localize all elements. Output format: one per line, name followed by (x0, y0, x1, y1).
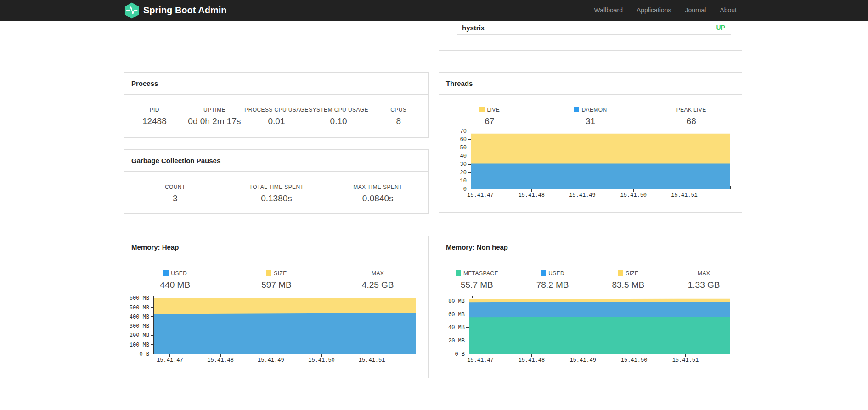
stat-value: 12488 (124, 116, 185, 126)
brand-link[interactable]: Spring Boot Admin (124, 2, 226, 19)
stat-nonheap-used: USED 78.2 MB (515, 270, 591, 290)
nav-links: Wallboard Applications Journal About (587, 0, 744, 21)
stat-threads-peak-live: PEAK LIVE 68 (641, 107, 742, 126)
legend-swatch-used (541, 270, 546, 276)
svg-text:20: 20 (460, 170, 467, 176)
svg-text:15:41:51: 15:41:51 (671, 192, 698, 199)
svg-text:15:41:48: 15:41:48 (207, 357, 234, 364)
svg-text:60: 60 (460, 137, 467, 143)
stat-value: 0.1380s (226, 194, 327, 204)
stat-threads-daemon: DAEMON 31 (540, 107, 641, 126)
stat-label: PEAK LIVE (641, 107, 742, 113)
svg-text:200 MB: 200 MB (130, 332, 149, 339)
stat-label: SIZE (591, 270, 666, 277)
stat-label: COUNT (124, 184, 226, 190)
svg-text:15:41:49: 15:41:49 (569, 192, 596, 199)
threads-legend-row: LIVE 67 DAEMON 31 PEAK LIVE 68 (439, 95, 742, 126)
gc-pauses-card: Garbage Collection Pauses COUNT 3 TOTAL … (124, 149, 429, 214)
stat-value: 4.25 GB (327, 280, 428, 290)
threads-chart[interactable]: 01020304050607015:41:4715:41:4815:41:491… (439, 127, 742, 205)
svg-text:15:41:49: 15:41:49 (569, 357, 596, 364)
stat-value: 31 (540, 116, 641, 126)
stat-value: 78.2 MB (515, 280, 591, 290)
stat-value: 0d 0h 2m 17s (185, 116, 245, 126)
svg-text:100 MB: 100 MB (130, 342, 149, 348)
card-title: Memory: Non heap (439, 236, 742, 258)
process-stats-row: PID 12488 UPTIME 0d 0h 2m 17s PROCESS CP… (124, 95, 428, 126)
svg-text:70: 70 (460, 128, 467, 135)
stat-label: USED (515, 270, 591, 277)
nonheap-legend-row: METASPACE 55.7 MB USED 78.2 MB SIZE 83.5… (439, 258, 742, 290)
svg-text:15:41:51: 15:41:51 (359, 357, 385, 364)
stat-system-cpu: SYSTEM CPU USAGE 0.10 (309, 107, 369, 126)
stat-nonheap-max: MAX 1.33 GB (666, 270, 742, 290)
svg-text:80 MB: 80 MB (448, 298, 465, 305)
stat-value: 8 (368, 116, 428, 126)
svg-text:15:41:47: 15:41:47 (467, 357, 494, 364)
svg-text:15:41:50: 15:41:50 (620, 192, 647, 199)
stat-label: DAEMON (540, 107, 641, 113)
stat-heap-used: USED 440 MB (124, 270, 226, 290)
svg-text:15:41:48: 15:41:48 (519, 357, 545, 364)
stat-heap-size: SIZE 597 MB (226, 270, 327, 290)
svg-text:0 B: 0 B (139, 351, 149, 358)
svg-text:40 MB: 40 MB (448, 325, 465, 331)
svg-text:50: 50 (460, 145, 467, 151)
nav-item-about[interactable]: About (713, 0, 744, 21)
stat-label: MAX (666, 270, 742, 277)
stat-nonheap-size: SIZE 83.5 MB (591, 270, 666, 290)
legend-swatch-size (266, 270, 271, 276)
stat-label: CPUS (368, 107, 428, 113)
legend-swatch-daemon (574, 107, 579, 112)
svg-text:10: 10 (460, 178, 467, 184)
svg-text:15:41:49: 15:41:49 (258, 357, 284, 364)
stat-nonheap-metaspace: METASPACE 55.7 MB (439, 270, 515, 290)
navbar-container: Spring Boot Admin Wallboard Applications… (124, 0, 744, 21)
legend-swatch-metaspace (456, 270, 461, 276)
memory-heap-chart[interactable]: 0 B100 MB200 MB300 MB400 MB500 MB600 MB1… (124, 292, 428, 370)
health-card: hystrix UP (439, 21, 742, 51)
stat-pid: PID 12488 (124, 107, 185, 126)
stat-value: 0.01 (244, 116, 309, 126)
stat-label: PROCESS CPU USAGE (244, 107, 309, 113)
stat-label: UPTIME (185, 107, 245, 113)
svg-text:15:41:48: 15:41:48 (518, 192, 545, 199)
stat-threads-live: LIVE 67 (439, 107, 540, 126)
stat-label: PID (124, 107, 185, 113)
stat-label: SIZE (226, 270, 327, 277)
stat-process-cpu: PROCESS CPU USAGE 0.01 (244, 107, 309, 126)
stat-value: 0.0840s (327, 194, 428, 204)
stat-label: TOTAL TIME SPENT (226, 184, 327, 190)
stat-value: 597 MB (226, 280, 327, 290)
status-badge: UP (716, 24, 731, 31)
memory-nonheap-chart[interactable]: 0 B20 MB40 MB60 MB80 MB15:41:4715:41:481… (439, 292, 742, 370)
stat-value: 55.7 MB (439, 280, 515, 290)
stat-label: USED (124, 270, 226, 277)
stat-value: 3 (124, 194, 226, 204)
page: Spring Boot Admin Wallboard Applications… (0, 0, 868, 410)
svg-text:15:41:50: 15:41:50 (621, 357, 648, 364)
nav-item-applications[interactable]: Applications (630, 0, 678, 21)
stat-heap-max: MAX 4.25 GB (327, 270, 428, 290)
svg-text:40: 40 (460, 153, 467, 159)
memory-heap-card: Memory: Heap USED 440 MB SIZE 597 MB MAX… (124, 236, 429, 378)
gc-stats-row: COUNT 3 TOTAL TIME SPENT 0.1380s MAX TIM… (124, 172, 428, 204)
stat-gc-max-time: MAX TIME SPENT 0.0840s (327, 184, 428, 204)
svg-text:400 MB: 400 MB (130, 314, 149, 320)
process-card: Process PID 12488 UPTIME 0d 0h 2m 17s PR… (124, 72, 429, 138)
stat-value: 1.33 GB (666, 280, 742, 290)
stat-label: MAX TIME SPENT (327, 184, 428, 190)
memory-nonheap-card: Memory: Non heap METASPACE 55.7 MB USED … (439, 236, 742, 378)
svg-text:500 MB: 500 MB (130, 305, 149, 311)
card-title: Process (124, 73, 428, 95)
svg-text:15:41:51: 15:41:51 (672, 357, 699, 364)
svg-text:300 MB: 300 MB (130, 323, 149, 330)
nav-item-journal[interactable]: Journal (678, 0, 713, 21)
stat-label: METASPACE (439, 270, 515, 277)
card-title: Garbage Collection Pauses (124, 150, 428, 172)
nav-item-wallboard[interactable]: Wallboard (587, 0, 630, 21)
svg-text:0 B: 0 B (455, 351, 465, 358)
card-title: Threads (439, 73, 742, 95)
legend-swatch-used (163, 270, 169, 276)
svg-text:60 MB: 60 MB (448, 312, 465, 318)
